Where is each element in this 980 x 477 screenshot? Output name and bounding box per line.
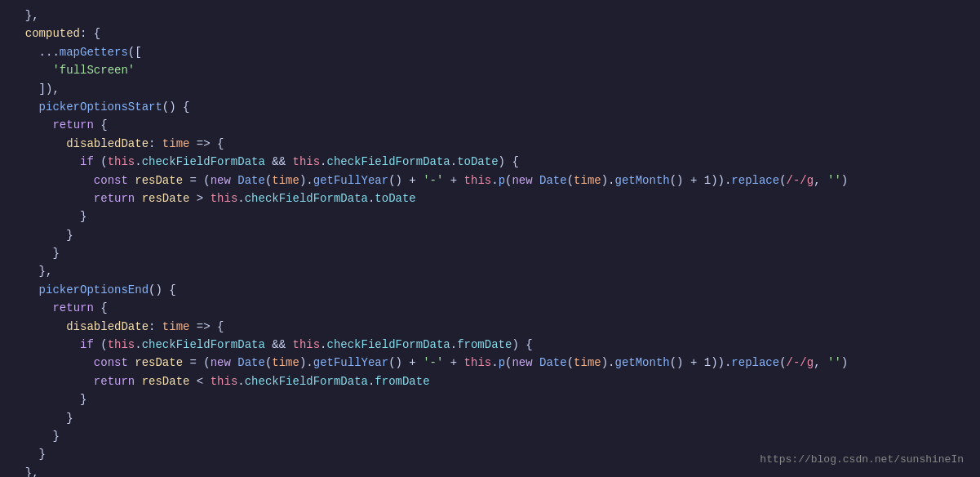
- code-line-1: },: [8, 7, 980, 25]
- code-line-10: const resDate = (new Date(time).getFullY…: [8, 172, 980, 189]
- code-line-6: pickerOptionsStart() {: [8, 98, 980, 116]
- code-line-4: 'fullScreen': [8, 61, 980, 79]
- code-line-15: },: [8, 262, 980, 280]
- code-line-13: }: [8, 226, 980, 244]
- code-line-14: }: [8, 244, 980, 262]
- code-line-17: return {: [8, 299, 980, 317]
- code-line-3: ...mapGetters([: [8, 43, 980, 61]
- code-line-19: if (this.checkFieldFormData && this.chec…: [8, 336, 980, 354]
- code-line-20: const resDate = (new Date(time).getFullY…: [8, 354, 980, 372]
- code-line-5: ]),: [8, 80, 980, 98]
- code-line-24: }: [8, 427, 980, 445]
- code-line-21: return resDate < this.checkFieldFormData…: [8, 372, 980, 390]
- code-line-23: }: [8, 409, 980, 427]
- code-line-22: }: [8, 390, 980, 408]
- code-line-16: pickerOptionsEnd() {: [8, 281, 980, 299]
- watermark-text: https://blog.csdn.net/sunshineIn: [760, 452, 964, 469]
- code-line-7: return {: [8, 116, 980, 134]
- code-line-18: disabledDate: time => {: [8, 318, 980, 336]
- code-editor: }, computed: { ...mapGetters([ 'fullScre…: [0, 0, 980, 477]
- code-line-9: if (this.checkFieldFormData && this.chec…: [8, 153, 980, 171]
- code-line-2: computed: {: [8, 25, 980, 42]
- code-line-12: }: [8, 207, 980, 225]
- code-line-8: disabledDate: time => {: [8, 135, 980, 153]
- code-line-11: return resDate > this.checkFieldFormData…: [8, 189, 980, 207]
